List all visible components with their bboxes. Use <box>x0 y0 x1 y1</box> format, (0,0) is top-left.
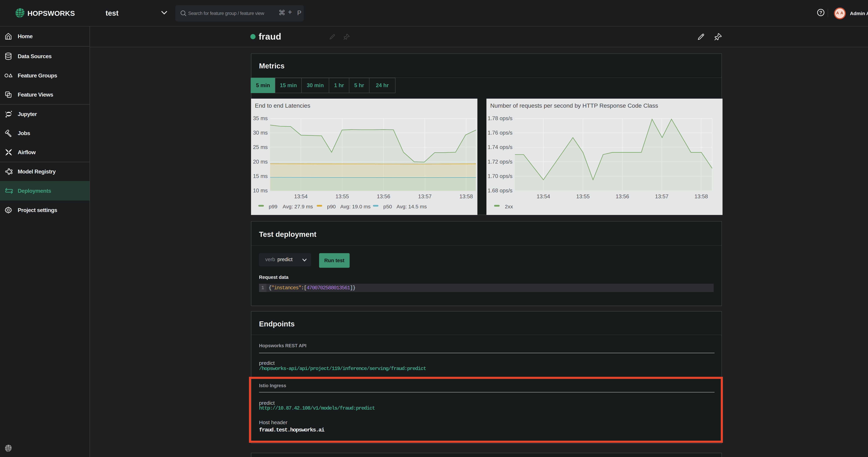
svg-text:1.70 ops/s: 1.70 ops/s <box>488 173 513 179</box>
svg-text:13:54: 13:54 <box>536 193 550 200</box>
svg-text:13:58: 13:58 <box>694 193 708 200</box>
svg-text:30 ms: 30 ms <box>253 130 268 136</box>
svg-text:13:58: 13:58 <box>460 193 473 200</box>
svg-text:p50: p50 <box>383 204 392 209</box>
svg-text:10 ms: 10 ms <box>253 187 268 193</box>
svg-text:13:57: 13:57 <box>655 193 669 200</box>
svg-text:13:56: 13:56 <box>616 193 629 200</box>
svg-text:1.78 ops/s: 1.78 ops/s <box>488 115 513 121</box>
svg-text:Avg: 27.9 ms: Avg: 27.9 ms <box>283 204 313 209</box>
svg-text:2xx: 2xx <box>505 204 513 209</box>
svg-text:1.76 ops/s: 1.76 ops/s <box>488 130 513 136</box>
svg-text:13:54: 13:54 <box>294 193 308 200</box>
svg-text:13:56: 13:56 <box>377 193 390 200</box>
svg-text:1.72 ops/s: 1.72 ops/s <box>488 159 513 165</box>
svg-text:15 ms: 15 ms <box>253 173 268 179</box>
svg-text:20 ms: 20 ms <box>253 159 268 165</box>
svg-text:End to end Latencies: End to end Latencies <box>255 102 310 109</box>
svg-text:p90: p90 <box>327 204 336 209</box>
svg-text:13:55: 13:55 <box>576 193 590 200</box>
svg-text:?: ? <box>819 10 822 15</box>
svg-text:Avg: 14.5 ms: Avg: 14.5 ms <box>397 204 427 209</box>
svg-text:Avg: 19.0 ms: Avg: 19.0 ms <box>340 204 371 209</box>
svg-text:p99: p99 <box>269 204 277 209</box>
svg-text:25 ms: 25 ms <box>253 144 268 150</box>
svg-text:1.68 ops/s: 1.68 ops/s <box>488 187 513 193</box>
svg-text:13:55: 13:55 <box>335 193 349 200</box>
svg-text:Number of requests per second: Number of requests per second by HTTP Re… <box>490 102 658 109</box>
svg-text:35 ms: 35 ms <box>253 115 268 121</box>
svg-text:1.74 ops/s: 1.74 ops/s <box>488 144 513 150</box>
svg-text:13:57: 13:57 <box>418 193 432 200</box>
